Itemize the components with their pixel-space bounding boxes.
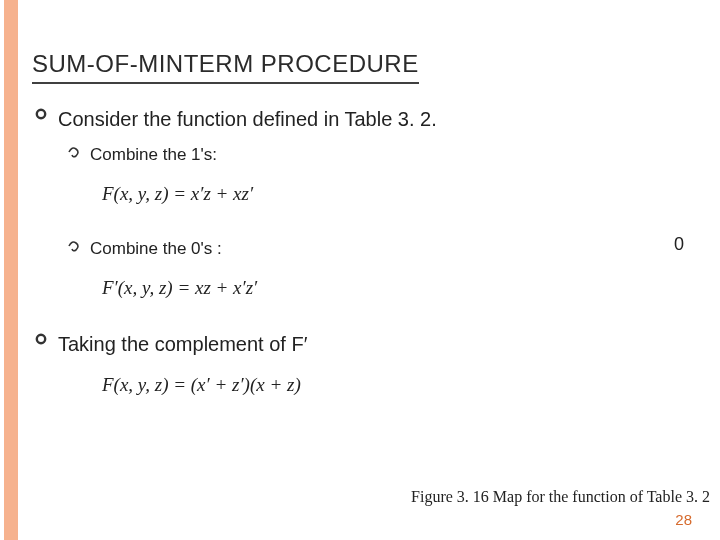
- bullet-complement: Taking the complement of F′: [32, 333, 710, 356]
- swirl-bullet-icon: [66, 145, 84, 159]
- bullet-text: Taking the complement of F′: [58, 333, 307, 356]
- ring-bullet-icon: [32, 108, 50, 120]
- ring-bullet-icon: [32, 333, 50, 345]
- slide-content: SUM-OF-MINTERM PROCEDURE Consider the fu…: [32, 50, 710, 396]
- swirl-bullet-icon: [66, 239, 84, 253]
- formula-complement: F(x, y, z) = (x′ + z′)(x + z): [102, 374, 710, 396]
- right-margin-zero: 0: [674, 234, 684, 255]
- subbullet-text: Combine the 0's :: [90, 239, 222, 259]
- subbullet-text: Combine the 1's:: [90, 145, 217, 165]
- page-number: 28: [675, 511, 692, 528]
- bullet-text: Consider the function defined in Table 3…: [58, 108, 437, 131]
- accent-sidebar: [4, 0, 18, 540]
- formula-ones: F(x, y, z) = x′z + xz′: [102, 183, 710, 205]
- formula-zeros: F′(x, y, z) = xz + x′z′: [102, 277, 710, 299]
- svg-point-1: [37, 335, 45, 343]
- bullet-consider: Consider the function defined in Table 3…: [32, 108, 710, 131]
- subbullet-combine-ones: Combine the 1's:: [66, 145, 710, 165]
- svg-point-0: [37, 110, 45, 118]
- figure-caption: Figure 3. 16 Map for the function of Tab…: [411, 488, 710, 506]
- subbullet-combine-zeros: Combine the 0's :: [66, 239, 710, 259]
- page-title: SUM-OF-MINTERM PROCEDURE: [32, 50, 419, 84]
